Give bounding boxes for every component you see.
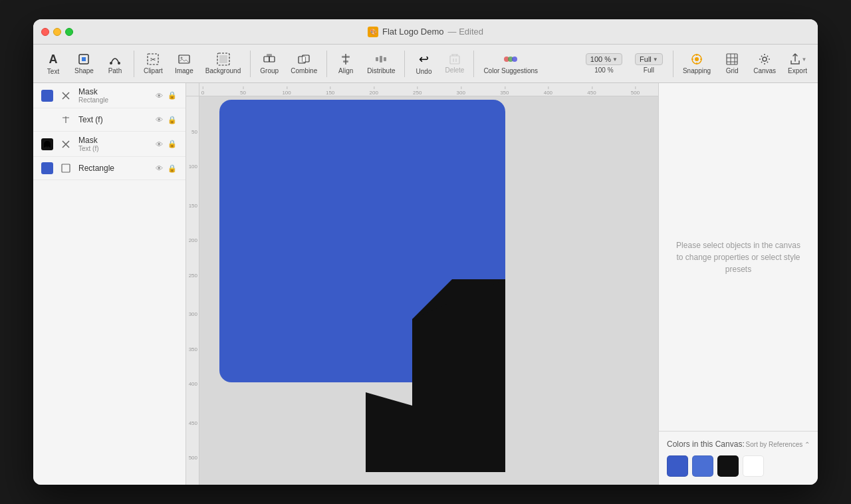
svg-rect-15 [303, 57, 305, 62]
clipart-tool[interactable]: ✂ Clipart [138, 50, 168, 77]
layer-name: Rectangle [78, 164, 148, 173]
export-tool[interactable]: ▼ Export [783, 50, 812, 77]
mask-icon [59, 88, 73, 103]
colors-sort-label: Sort by References [746, 441, 803, 448]
artwork-svg [219, 100, 565, 472]
export-label: Export [788, 67, 807, 74]
zoom-value: 100 % [590, 55, 611, 63]
document-status: — Edited [448, 27, 484, 37]
export-icon: ▼ [789, 53, 807, 66]
delete-tool[interactable]: Delete [439, 51, 469, 76]
document-title: Flat Logo Demo [382, 27, 444, 37]
separator-3 [326, 51, 327, 77]
svg-point-32 [695, 57, 699, 61]
layer-lock-button[interactable]: 🔒 [167, 114, 178, 125]
app-icon: 🎨 [368, 27, 378, 37]
layer-name: Mask [78, 87, 148, 96]
title-bar-title: 🎨 Flat Logo Demo — Edited [368, 27, 483, 37]
layer-type: Text (f) [78, 145, 148, 152]
layers-panel: Mask Rectangle 👁 🔒 Text (f) 👁 [33, 83, 186, 485]
shape-icon [77, 53, 90, 66]
snapping-tool[interactable]: Snapping [677, 50, 716, 77]
shape-tool[interactable]: Shape [69, 50, 99, 77]
layer-visibility-button[interactable]: 👁 [154, 114, 164, 125]
color-suggestions-tool[interactable]: Color Suggestions [478, 50, 543, 77]
grid-tool[interactable]: Grid [717, 50, 747, 77]
ruler-left: 50 100 150 200 250 300 350 400 450 500 [186, 96, 199, 485]
layer-item[interactable]: Text (f) 👁 🔒 [33, 108, 185, 132]
canvas-settings-icon [758, 53, 771, 66]
color-swatch-white[interactable] [743, 455, 764, 477]
color-swatch-black[interactable] [717, 455, 739, 477]
canvas-tool[interactable]: Canvas [748, 50, 781, 77]
align-label: Align [338, 67, 353, 74]
separator-2 [250, 51, 251, 77]
image-tool[interactable]: Image [170, 50, 199, 77]
layer-no-color [41, 114, 53, 126]
align-tool[interactable]: Align [331, 50, 360, 77]
sort-chevron-icon: ⌃ [804, 441, 810, 448]
layer-item[interactable]: Rectangle 👁 🔒 [33, 157, 185, 180]
combine-label: Combine [291, 67, 317, 74]
color-swatch-dark-blue[interactable] [667, 455, 688, 477]
grid-label: Grid [726, 67, 739, 74]
layer-actions: 👁 🔒 [154, 90, 178, 101]
image-label: Image [175, 67, 193, 74]
right-panel: Please select objects in the canvas to c… [658, 83, 818, 485]
render-mode-chevron-icon: ▼ [653, 57, 658, 63]
svg-rect-19 [376, 57, 378, 61]
canvas-content[interactable] [199, 96, 658, 485]
text-layer-icon [59, 112, 73, 127]
group-tool[interactable]: Group [255, 50, 284, 77]
layer-item[interactable]: Mask Text (f) 👁 🔒 [33, 132, 185, 157]
background-label: Background [205, 67, 241, 74]
text-label: Text [47, 68, 59, 75]
snapping-label: Snapping [683, 67, 711, 74]
canvas-label: Canvas [753, 67, 776, 74]
render-mode-tool[interactable]: Full ▼ Full [629, 51, 669, 76]
placeholder-text: Please select objects in the canvas to c… [672, 239, 804, 275]
combine-tool[interactable]: Combine [285, 50, 322, 77]
svg-rect-22 [450, 56, 459, 64]
zoom-control[interactable]: 100 % ▼ 100 % [580, 51, 628, 76]
svg-rect-45 [62, 164, 70, 172]
svg-rect-12 [267, 54, 272, 57]
app-window: 🎨 Flat Logo Demo — Edited A Text Shape P… [33, 19, 818, 485]
svg-rect-21 [384, 57, 386, 61]
colors-sort-button[interactable]: Sort by References ⌃ [746, 441, 810, 448]
layer-item[interactable]: Mask Rectangle 👁 🔒 [33, 83, 185, 108]
canvas-area[interactable]: 0 50 100 150 200 250 300 350 400 450 500… [186, 83, 658, 485]
distribute-tool[interactable]: Distribute [362, 50, 400, 77]
svg-point-30 [512, 57, 517, 62]
distribute-icon [374, 53, 388, 66]
svg-point-42 [763, 57, 767, 61]
background-tool[interactable]: Background [200, 50, 246, 77]
layer-visibility-button[interactable]: 👁 [154, 90, 164, 101]
path-icon [108, 53, 122, 66]
layer-color-swatch [41, 90, 53, 102]
layer-text: Rectangle [78, 164, 148, 173]
close-button[interactable] [41, 28, 49, 36]
color-swatch-medium-blue[interactable] [692, 455, 713, 477]
svg-point-2 [110, 62, 112, 64]
text-tool[interactable]: A Text [39, 50, 68, 78]
layer-visibility-button[interactable]: 👁 [154, 163, 164, 174]
minimize-button[interactable] [53, 28, 61, 36]
ruler-top: 0 50 100 150 200 250 300 350 400 450 500 [199, 83, 658, 96]
path-tool[interactable]: Path [100, 50, 130, 77]
rectangle-layer-icon [59, 161, 73, 176]
snapping-icon [690, 53, 703, 66]
delete-icon [449, 53, 461, 65]
layer-lock-button[interactable]: 🔒 [167, 139, 178, 150]
layer-text: Mask Text (f) [78, 136, 148, 152]
layer-visibility-button[interactable]: 👁 [154, 139, 164, 150]
toolbar: A Text Shape Path ✂ Clipart [33, 45, 818, 83]
render-mode-value: Full [640, 55, 652, 63]
distribute-label: Distribute [367, 67, 395, 74]
layer-actions: 👁 🔒 [154, 114, 178, 125]
layer-text: Text (f) [78, 115, 148, 124]
layer-lock-button[interactable]: 🔒 [167, 163, 178, 174]
undo-tool[interactable]: ↩ Undo [409, 49, 438, 78]
layer-lock-button[interactable]: 🔒 [167, 90, 178, 101]
maximize-button[interactable] [65, 28, 73, 36]
